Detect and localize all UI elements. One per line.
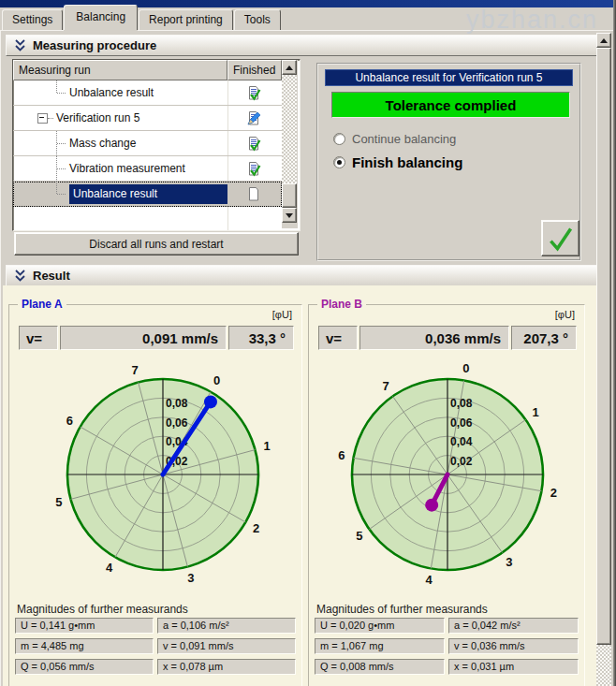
unbalance-result-panel: Unbalance result for Verification run 5 …	[316, 63, 581, 261]
magnitude-cell: m = 1,067 mg	[315, 638, 445, 654]
svg-text:0,02: 0,02	[450, 455, 473, 468]
magnitude-cell: x = 0,078 µm	[157, 659, 296, 675]
svg-text:0,06: 0,06	[166, 416, 188, 430]
phase-unit-label: [φU]	[555, 309, 575, 320]
tree-branch-line	[57, 143, 66, 145]
confirm-button[interactable]	[541, 220, 579, 256]
polar-chart: 0,020,040,060,0801234567	[51, 362, 275, 587]
section-title: Result	[33, 269, 70, 283]
list-scroll-thumb[interactable]	[282, 183, 297, 208]
magnitude-cell: U = 0,020 g•mm	[315, 618, 445, 634]
magnitude-cell: U = 0,141 g•mm	[15, 618, 154, 634]
column-header-finished[interactable]: Finished	[227, 60, 282, 80]
radio-option-label: Finish balancing	[352, 154, 462, 170]
svg-text:0,08: 0,08	[166, 397, 188, 410]
svg-text:0,04: 0,04	[450, 435, 473, 448]
measuring-run-list: Measuring run Finished Unbalance resultV…	[12, 59, 301, 231]
tree-expander-minus[interactable]	[37, 113, 48, 124]
radio-unselected-icon[interactable]	[333, 133, 345, 145]
finished-status-cell	[238, 110, 270, 129]
magnitude-cell: m = 4,485 mg	[15, 638, 154, 654]
section-header-measuring-procedure[interactable]: Measuring procedure	[6, 35, 597, 56]
list-scroll-track[interactable]	[282, 75, 297, 183]
magnitude-cell: Q = 0,056 mm/s	[15, 659, 154, 675]
main-scroll-up-button[interactable]	[596, 33, 611, 48]
tree-branch-line	[57, 194, 66, 196]
finished-status-cell	[238, 186, 270, 205]
tab-balancing[interactable]: Balancing	[64, 5, 138, 30]
list-scroll-up-button[interactable]	[282, 60, 297, 75]
tree-branch-line	[56, 182, 58, 194]
run-list-row-label: Mass change	[69, 137, 136, 150]
finished-status-cell	[238, 136, 270, 154]
svg-text:1: 1	[533, 405, 539, 419]
tree-branch-line	[56, 80, 58, 93]
plane-panel-b: Plane B [φU] v= 0,036 mm/s 207,3 ° 0,020…	[308, 304, 585, 686]
section-header-result[interactable]: Result	[6, 265, 597, 286]
magnitude-cell: Q = 0,008 mm/s	[315, 659, 445, 675]
list-scroll-down-button[interactable]	[282, 208, 297, 223]
column-header-measuring-run[interactable]: Measuring run	[13, 60, 227, 80]
main-scrollbar	[596, 33, 612, 686]
main-scroll-track[interactable]	[596, 645, 611, 686]
plane-title: Plane A	[18, 298, 66, 311]
radio-option-finish-balancing[interactable]: Finish balancing	[333, 154, 462, 170]
tab-bar: SettingsBalancingReport printingTools	[2, 7, 282, 30]
tab-report-printing[interactable]: Report printing	[139, 9, 233, 30]
phase-unit-label: [φU]	[272, 309, 292, 320]
radio-option-label: Continue balancing	[352, 132, 456, 146]
run-list-row-label: Unbalance result	[69, 86, 154, 99]
tab-settings[interactable]: Settings	[2, 9, 63, 30]
balancing-tab-page: Measuring procedure Measuring run Finish…	[0, 30, 614, 686]
svg-text:6: 6	[66, 414, 73, 428]
svg-text:0: 0	[462, 362, 469, 375]
tree-branch-line	[57, 93, 66, 95]
svg-text:4: 4	[106, 561, 113, 575]
tab-tools[interactable]: Tools	[234, 9, 281, 30]
collapse-chevron-icon	[14, 270, 26, 283]
run-list-row-label: Verification run 5	[56, 111, 139, 124]
document-check-icon	[246, 161, 261, 177]
run-list-row[interactable]: Unbalance result	[13, 182, 282, 207]
unbalance-panel-title: Unbalance result for Verification run 5	[325, 69, 573, 86]
magnitudes-title: Magnitudes of further measurands	[316, 603, 488, 616]
magnitude-cell: a = 0,042 m/s²	[448, 618, 579, 634]
discard-all-runs-button[interactable]: Discard all runs and restart	[14, 232, 299, 255]
svg-text:1: 1	[263, 439, 270, 453]
radio-option-continue-balancing[interactable]: Continue balancing	[333, 132, 456, 146]
finished-status-cell	[238, 161, 270, 180]
finished-status-cell	[238, 85, 270, 104]
magnitudes-table: U = 0,020 g•mma = 0,042 m/s²m = 1,067 mg…	[315, 618, 579, 675]
svg-text:4: 4	[425, 573, 433, 587]
plane-title: Plane B	[317, 298, 366, 311]
readout-value: 0,091 mm/s	[60, 326, 227, 350]
tree-branch-line	[48, 118, 53, 120]
radio-selected-icon[interactable]	[333, 156, 345, 168]
svg-text:3: 3	[187, 571, 194, 585]
blank-document-icon	[246, 186, 261, 202]
magnitude-cell: v = 0,036 mm/s	[448, 638, 579, 654]
vibration-readout: v= 0,036 mm/s 207,3 °	[318, 326, 577, 350]
run-list-row[interactable]: Verification run 5	[13, 106, 282, 131]
run-list-row[interactable]: Vibration measurement	[13, 156, 282, 182]
run-list-row[interactable]: Mass change	[13, 131, 282, 156]
tolerance-status-banner: Tolerance complied	[331, 92, 570, 118]
main-scroll-thumb[interactable]	[596, 48, 611, 645]
run-list-row-label: Unbalance result	[69, 184, 227, 204]
readout-value: 0,036 mm/s	[359, 326, 509, 350]
svg-text:6: 6	[338, 448, 345, 462]
balancing-application-window: { "watermark": "ybzhan.cn", "tabs": [ {"…	[0, 0, 616, 686]
svg-text:0,06: 0,06	[450, 416, 473, 430]
section-title: Measuring procedure	[33, 38, 156, 52]
run-list-row-label: Vibration measurement	[69, 162, 185, 175]
tree-branch-line	[57, 168, 66, 170]
run-list-row[interactable]: Unbalance result	[13, 80, 282, 106]
magnitude-cell: x = 0,031 µm	[448, 659, 579, 675]
magnitudes-table: U = 0,141 g•mma = 0,106 m/s²m = 4,485 mg…	[15, 618, 296, 675]
magnitudes-title: Magnitudes of further measurands	[17, 603, 188, 616]
green-check-icon	[547, 225, 575, 253]
magnitude-cell: v = 0,091 mm/s	[157, 638, 296, 654]
collapse-chevron-icon	[14, 39, 26, 52]
svg-text:7: 7	[382, 379, 389, 393]
svg-text:2: 2	[550, 486, 557, 500]
